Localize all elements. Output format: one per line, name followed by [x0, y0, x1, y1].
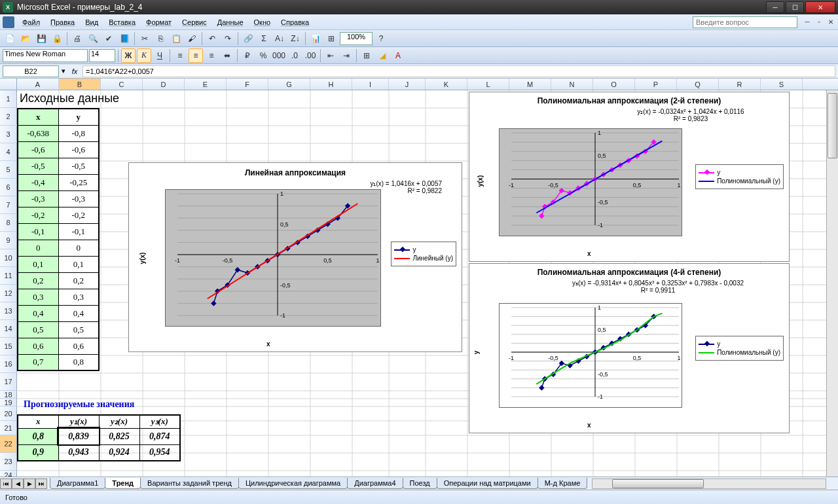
sheet-tab-Тренд[interactable]: Тренд	[105, 478, 141, 489]
sheet-tab-Диаграмма1[interactable]: Диаграмма1	[50, 478, 105, 489]
save-icon[interactable]: 💾	[34, 31, 48, 46]
col-header-M[interactable]: M	[509, 79, 551, 90]
row-header-4[interactable]: 4	[0, 143, 17, 161]
row-header-3[interactable]: 3	[0, 126, 17, 143]
row-header-20[interactable]: 20	[0, 406, 17, 421]
chart-wizard-icon[interactable]: 📊	[308, 31, 323, 46]
redo-icon[interactable]: ↷	[221, 31, 235, 46]
underline-button[interactable]: Ч	[153, 48, 167, 63]
copy-icon[interactable]: ⎘	[153, 31, 168, 46]
col-header-B[interactable]: B	[59, 79, 101, 90]
sheet-tab-Операции над матрицами[interactable]: Операции над матрицами	[437, 478, 538, 489]
chart-poly2[interactable]: Полиномиальная аппроксимация (2-й степен…	[469, 92, 790, 262]
undo-icon[interactable]: ↶	[205, 31, 219, 46]
research-icon[interactable]: 📘	[117, 31, 132, 46]
align-left-icon[interactable]: ≡	[173, 48, 187, 63]
new-icon[interactable]: 📄	[3, 31, 17, 46]
row-header-6[interactable]: 6	[0, 179, 17, 196]
col-header-O[interactable]: O	[593, 79, 635, 90]
col-header-N[interactable]: N	[551, 79, 593, 90]
row-header-1[interactable]: 1	[0, 90, 17, 108]
open-icon[interactable]: 📂	[18, 31, 33, 46]
formula-input[interactable]: =1,0416*A22+0,0057	[82, 65, 835, 77]
sort-desc-icon[interactable]: Z↓	[288, 31, 302, 46]
doc-close-button[interactable]: ✕	[826, 18, 835, 27]
menu-Окно[interactable]: Окно	[249, 16, 276, 28]
row-header-8[interactable]: 8	[0, 214, 17, 232]
font-combo[interactable]: Times New Roman	[3, 49, 88, 62]
row-header-16[interactable]: 16	[0, 355, 17, 373]
italic-button[interactable]: К	[137, 48, 151, 63]
name-box[interactable]: B22	[3, 65, 59, 77]
bold-button[interactable]: Ж	[121, 48, 136, 63]
menu-Формат[interactable]: Формат	[141, 16, 177, 28]
doc-minimize-button[interactable]: ─	[803, 18, 812, 27]
menu-Сервис[interactable]: Сервис	[177, 16, 212, 28]
row-header-10[interactable]: 10	[0, 249, 17, 267]
align-right-icon[interactable]: ≡	[204, 48, 219, 63]
control-menu-icon[interactable]	[3, 16, 14, 28]
col-header-I[interactable]: I	[352, 79, 389, 90]
inc-indent-icon[interactable]: ⇥	[339, 48, 354, 63]
sheet-tab-М-д Краме[interactable]: М-д Краме	[537, 478, 588, 489]
percent-icon[interactable]: %	[256, 48, 270, 63]
row-header-15[interactable]: 15	[0, 338, 17, 355]
row-header-14[interactable]: 14	[0, 320, 17, 338]
dec-decimal-icon[interactable]: .00	[303, 48, 318, 63]
sheet-tab-Варианты заданий тренд[interactable]: Варианты заданий тренд	[140, 478, 239, 489]
col-header-Q[interactable]: Q	[677, 79, 719, 90]
chart-linear[interactable]: Линейная аппроксимация y₁(x) = 1,0416x +…	[128, 162, 462, 352]
align-center-icon[interactable]: ≡	[189, 48, 203, 63]
font-color-icon[interactable]: A	[391, 48, 405, 63]
sheet-tab-Диаграмма4[interactable]: Диаграмма4	[347, 478, 403, 489]
sort-asc-icon[interactable]: A↓	[272, 31, 287, 46]
maximize-button[interactable]: ☐	[786, 1, 804, 13]
permission-icon[interactable]: 🔒	[50, 31, 64, 46]
doc-restore-button[interactable]: ▫	[814, 18, 824, 27]
row-header-11[interactable]: 11	[0, 267, 17, 285]
menu-Файл[interactable]: Файл	[17, 16, 45, 28]
tab-next-button[interactable]: ▶	[24, 478, 35, 489]
col-header-S[interactable]: S	[761, 79, 803, 90]
row-header-5[interactable]: 5	[0, 161, 17, 179]
pt-icon[interactable]: ⊞	[324, 31, 338, 46]
minimize-button[interactable]: ─	[766, 1, 784, 13]
help-icon[interactable]: ?	[374, 31, 388, 46]
select-all-corner[interactable]	[0, 79, 17, 90]
row-header-13[interactable]: 13	[0, 302, 17, 320]
inc-decimal-icon[interactable]: .0	[287, 48, 302, 63]
fill-color-icon[interactable]: ◢	[375, 48, 390, 63]
spell-icon[interactable]: ✔	[101, 31, 116, 46]
menu-Вид[interactable]: Вид	[80, 16, 103, 28]
dec-indent-icon[interactable]: ⇤	[323, 48, 338, 63]
row-header-22[interactable]: 22	[0, 435, 17, 453]
menu-Данные[interactable]: Данные	[212, 16, 249, 28]
row-header-18[interactable]: 18	[0, 391, 17, 399]
row-header-2[interactable]: 2	[0, 108, 17, 126]
format-painter-icon[interactable]: 🖌	[185, 31, 199, 46]
print-icon[interactable]: 🖨	[70, 31, 84, 46]
col-header-D[interactable]: D	[143, 79, 185, 90]
worksheet-grid[interactable]: ABCDEFGHIJKLMNOPQRS 12345678910111213141…	[0, 79, 838, 481]
chart-poly4[interactable]: Полиномиальная аппроксимация (4-й степен…	[469, 263, 790, 433]
close-button[interactable]: ✕	[805, 1, 835, 13]
col-header-F[interactable]: F	[227, 79, 268, 90]
col-header-L[interactable]: L	[467, 79, 509, 90]
fx-button[interactable]: fx	[68, 65, 81, 77]
row-header-23[interactable]: 23	[0, 453, 17, 471]
row-header-12[interactable]: 12	[0, 285, 17, 302]
row-header-21[interactable]: 21	[0, 421, 17, 435]
row-header-19[interactable]: 19	[0, 399, 17, 406]
paste-icon[interactable]: 📋	[169, 31, 183, 46]
autosum-icon[interactable]: Σ	[257, 31, 271, 46]
tab-last-button[interactable]: ⏭	[35, 478, 47, 489]
zoom-combo[interactable]: 100%	[340, 32, 373, 45]
menu-Правка[interactable]: Правка	[45, 16, 80, 28]
col-header-H[interactable]: H	[310, 79, 352, 90]
comma-icon[interactable]: 000	[272, 48, 286, 63]
menu-Справка[interactable]: Справка	[276, 16, 314, 28]
col-header-J[interactable]: J	[389, 79, 426, 90]
borders-icon[interactable]: ⊞	[359, 48, 374, 63]
row-header-9[interactable]: 9	[0, 232, 17, 249]
horizontal-scrollbar[interactable]	[592, 478, 826, 489]
